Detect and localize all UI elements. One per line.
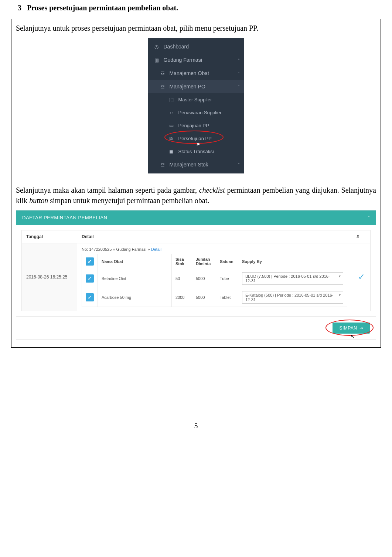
- cell-tanggal: 2016-08-26 16:25:25: [22, 243, 77, 311]
- detail-link[interactable]: Detail: [151, 247, 161, 252]
- panel-daftar-permintaan: DAFTAR PERMINTAAN PEMBELIAN ˄ Tanggal De…: [16, 210, 376, 340]
- sidebar-item-master-supplier[interactable]: ⬚ Master Supplier: [148, 93, 244, 106]
- th-sisa: Sisa Stok: [172, 254, 192, 269]
- inner-row: ✓ Betadine Oint 50 5000 Tube BLUD (7.500…: [82, 269, 347, 288]
- sidebar-item-label: Manajemen Stok: [170, 162, 208, 168]
- document-icon: 🗎: [168, 136, 175, 141]
- th-detail: Detail: [77, 230, 352, 243]
- dashboard-icon: ◷: [153, 44, 160, 50]
- sidebar-item-manajemen-obat[interactable]: ☲ Manajemen Obat ˅: [148, 67, 244, 80]
- cell-sisa: 2000: [172, 288, 192, 307]
- sidebar-item-label: Penawaran Supplier: [178, 110, 222, 115]
- list-icon: ☲: [159, 84, 166, 90]
- section-number: 3: [18, 4, 21, 12]
- cell-nama: Acarbose 50 mg: [98, 288, 172, 307]
- cell-nama: Betadine Oint: [98, 269, 172, 288]
- cell-jumlah: 5000: [192, 288, 216, 307]
- table-row: 2016-08-26 16:25:25 No: 1472203525 » Gud…: [22, 243, 371, 311]
- th-tanggal: Tanggal: [22, 230, 77, 243]
- sidebar-item-pengajuan[interactable]: ▭ Pengajuan PP: [148, 119, 244, 132]
- sidebar-item-label: Dashboard: [164, 44, 189, 50]
- supply-select[interactable]: BLUD (7.500) | Periode : 2016-05-01 s/d …: [242, 272, 343, 285]
- th-jumlah: Jumlah Diminta: [192, 254, 216, 269]
- supply-select[interactable]: E-Katalog (500) | Periode : 2016-05-01 s…: [242, 291, 343, 304]
- list-icon: ☲: [159, 162, 166, 168]
- cell-detail: No: 1472203525 » Gudang Farmasi » Detail…: [77, 243, 352, 311]
- outer-table: Tanggal Detail # 2016-08-26 16:25:25 No:…: [21, 230, 371, 311]
- chevron-up-icon: ˄: [238, 85, 240, 89]
- sidebar-item-label: Master Supplier: [178, 97, 212, 102]
- panel-footer: SIMPAN ➔ ↖: [16, 316, 376, 340]
- sidebar-item-manajemen-po[interactable]: ☲ Manajemen PO ˄: [148, 80, 244, 93]
- sidebar-item-label: Pengajuan PP: [178, 123, 209, 128]
- sidebar-item-status[interactable]: ◼ Status Transaksi: [148, 145, 244, 158]
- panel-title: DAFTAR PERMINTAAN PEMBELIAN: [22, 215, 107, 220]
- th-satuan: Satuan: [216, 254, 238, 269]
- cell-hash[interactable]: ✓: [352, 243, 371, 311]
- check-icon: ✓: [358, 272, 365, 281]
- sidebar-item-gudang[interactable]: ▥ Gudang Farmasi ˄: [148, 53, 244, 67]
- th-hash: #: [352, 230, 371, 243]
- building-icon: ▥: [153, 57, 160, 63]
- sidebar-screenshot: ◷ Dashboard ▥ Gudang Farmasi ˄ ☲ Manajem…: [148, 38, 244, 173]
- sidebar-item-dashboard[interactable]: ◷ Dashboard: [148, 40, 244, 53]
- cursor-icon: ↖: [350, 333, 355, 340]
- list-icon: ☲: [159, 71, 166, 76]
- section-title-text: Proses persetujuan permintaan pembelian …: [27, 4, 178, 12]
- simpan-button[interactable]: SIMPAN ➔: [333, 323, 370, 334]
- panel-header[interactable]: DAFTAR PERMINTAAN PEMBELIAN ˄: [16, 210, 376, 225]
- cell-sisa: 50: [172, 269, 192, 288]
- form-icon: ▭: [168, 123, 175, 128]
- chevron-down-icon: ˅: [238, 71, 240, 75]
- sidebar-item-persetujuan[interactable]: 🗎 Persetujuan PP ➤: [148, 132, 244, 145]
- cell-jumlah: 5000: [192, 269, 216, 288]
- bookmark-icon: ◼: [168, 149, 175, 154]
- cell-satuan: Tablet: [216, 288, 238, 307]
- instruction-box-2: Selanjutnya maka akan tampil halaman sep…: [11, 181, 381, 348]
- inner-row: ✓ Acarbose 50 mg 2000 5000 Tablet E-Kata…: [82, 288, 347, 307]
- checkbox-all[interactable]: ✓: [86, 257, 94, 266]
- instruction-text-2: Selanjutnya maka akan tampil halaman sep…: [16, 185, 376, 206]
- sidebar-item-label: Manajemen PO: [170, 84, 205, 90]
- cell-satuan: Tube: [216, 269, 238, 288]
- sidebar-item-label: Manajemen Obat: [170, 70, 209, 76]
- exchange-icon: ↔: [168, 110, 175, 115]
- sidebar-item-label: Status Transaksi: [178, 149, 214, 154]
- sidebar-item-label: Persetujuan PP: [178, 136, 212, 141]
- inner-table: ✓ Nama Obat Sisa Stok Jumlah Diminta Sat…: [82, 254, 347, 307]
- th-nama: Nama Obat: [98, 254, 172, 269]
- sidebar-item-penawaran[interactable]: ↔ Penawaran Supplier: [148, 106, 244, 119]
- instruction-text-1: Selanjutnya untuk proses persetujuan per…: [16, 23, 376, 33]
- sidebar-item-manajemen-stok[interactable]: ☲ Manajemen Stok ˅: [148, 158, 244, 171]
- chevron-down-icon: ˅: [238, 163, 240, 167]
- page-number: 5: [11, 422, 381, 430]
- chevron-up-icon: ˄: [238, 58, 240, 62]
- th-check: ✓: [82, 254, 98, 269]
- simpan-label: SIMPAN: [339, 325, 357, 331]
- checkbox[interactable]: ✓: [86, 274, 94, 283]
- instruction-box-1: Selanjutnya untuk proses persetujuan per…: [11, 19, 381, 181]
- supplier-icon: ⬚: [168, 97, 175, 102]
- checkbox[interactable]: ✓: [86, 293, 94, 301]
- collapse-icon[interactable]: ˄: [368, 216, 370, 220]
- sidebar-item-label: Gudang Farmasi: [164, 57, 202, 63]
- section-heading: 3 Proses persetujuan permintaan pembelia…: [11, 4, 381, 12]
- th-supply: Supply By: [238, 254, 347, 269]
- panel-body: Tanggal Detail # 2016-08-26 16:25:25 No:…: [16, 225, 376, 316]
- arrow-right-icon: ➔: [359, 325, 364, 331]
- detail-line: No: 1472203525 » Gudang Farmasi » Detail: [82, 247, 347, 252]
